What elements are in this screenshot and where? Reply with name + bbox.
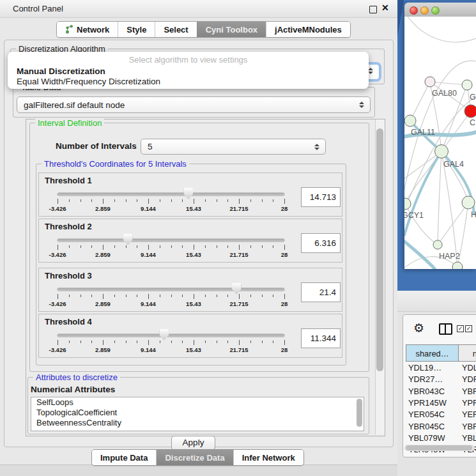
threshold-value-field[interactable]: 21.4 bbox=[301, 282, 341, 302]
combo-steppers-icon bbox=[314, 144, 319, 150]
tab-label: Select bbox=[164, 25, 188, 35]
attribute-list-item[interactable]: TopologicalCoefficient bbox=[31, 408, 364, 418]
threshold-label: Threshold 1 bbox=[45, 176, 92, 185]
network-node[interactable] bbox=[462, 80, 472, 90]
cell-name: YER0 bbox=[462, 409, 476, 420]
gear-icon[interactable]: ⚙ bbox=[413, 321, 424, 335]
tab-infer-network[interactable]: Infer Network bbox=[233, 450, 303, 465]
network-node[interactable] bbox=[433, 240, 442, 249]
network-node[interactable] bbox=[404, 198, 411, 210]
tab-jactivemnodules[interactable]: jActiveMNodules bbox=[266, 22, 350, 37]
network-edge bbox=[438, 203, 468, 245]
slider-thumb[interactable] bbox=[232, 283, 242, 295]
cell-shared-name: YBL079W bbox=[408, 433, 445, 444]
slider-track[interactable] bbox=[58, 193, 284, 196]
slider-track[interactable] bbox=[58, 239, 284, 242]
checkbox-icon[interactable]: ✓ bbox=[465, 325, 472, 332]
traffic-light-close[interactable] bbox=[410, 6, 418, 15]
horizontal-scrollbar-track[interactable] bbox=[404, 445, 475, 451]
combo-steppers-icon bbox=[358, 102, 364, 108]
table-row[interactable]: YDR27…YDR2 bbox=[406, 374, 476, 385]
network-node[interactable] bbox=[462, 196, 475, 209]
table-row[interactable]: YER054CYER0 bbox=[406, 409, 476, 420]
attributes-scrollbar-thumb[interactable] bbox=[357, 399, 362, 427]
checkbox-icon[interactable]: ✓ bbox=[457, 325, 464, 332]
numerical-attributes-label: Numerical Attributes bbox=[31, 385, 115, 394]
traffic-light-minimize[interactable] bbox=[420, 6, 429, 15]
slider-ticks bbox=[58, 340, 284, 346]
column-header-name[interactable]: na bbox=[458, 344, 476, 362]
cell-name: YDL1 bbox=[462, 362, 476, 374]
tab-discretize-data[interactable]: Discretize Data bbox=[156, 450, 233, 465]
threshold-value-field[interactable]: 14.713 bbox=[301, 187, 341, 207]
thresholds-group-title: Threshold's Coordinates for 5 Intervals bbox=[42, 159, 189, 169]
threshold-row-1: Threshold 1-3.4262.8599.14415.4321.71528… bbox=[38, 173, 342, 217]
slider-track[interactable] bbox=[58, 288, 284, 291]
algorithm-option-manual[interactable]: Manual Discretization bbox=[9, 66, 113, 76]
table-row[interactable]: YDL19…YDL1 bbox=[406, 362, 476, 374]
tab-select[interactable]: Select bbox=[155, 22, 196, 37]
threshold-row-3: Threshold 3-3.4262.8599.14415.4321.71528… bbox=[38, 268, 342, 312]
attribute-list-item[interactable]: SelfLoops bbox=[31, 397, 364, 408]
bottom-strip bbox=[0, 464, 397, 476]
tab-style[interactable]: Style bbox=[118, 22, 155, 37]
network-node[interactable] bbox=[425, 77, 435, 87]
vertical-scrollbar-thumb[interactable] bbox=[376, 128, 383, 371]
network-edge bbox=[408, 17, 476, 42]
cell-name: YPR1 bbox=[462, 397, 476, 409]
slider-tick-labels: -3.4262.8599.14415.4321.71528 bbox=[58, 300, 284, 307]
node-label: GA bbox=[470, 93, 476, 102]
threshold-row-4: Threshold 4-3.4262.8599.14415.4321.71528… bbox=[38, 314, 342, 358]
table-row[interactable]: YIL052CYIL0 bbox=[406, 456, 476, 457]
control-panel-titlebar: Control Panel ✕ bbox=[0, 0, 397, 18]
table-row[interactable]: YPR145WYPR1 bbox=[406, 397, 476, 409]
column-header-shared-name[interactable]: shared… bbox=[406, 344, 459, 362]
network-node[interactable] bbox=[404, 115, 416, 127]
table-data-combobox[interactable]: galFiltered.sif default node bbox=[17, 96, 371, 113]
horizontal-scrollbar-thumb[interactable] bbox=[406, 445, 472, 450]
float-window-icon[interactable] bbox=[369, 6, 377, 13]
network-node[interactable] bbox=[452, 262, 463, 269]
apply-button[interactable]: Apply bbox=[171, 436, 215, 450]
node-label: GAL11 bbox=[411, 128, 435, 137]
threshold-value-field[interactable]: 6.316 bbox=[301, 233, 341, 253]
table-row[interactable]: YBL079WYBL0 bbox=[406, 433, 476, 444]
threshold-row-2: Threshold 2-3.4262.8599.14415.4321.71528… bbox=[38, 219, 342, 263]
cell-shared-name: YBR043C bbox=[408, 386, 445, 397]
tab-cyni-toolbox[interactable]: Cyni Toolbox bbox=[197, 22, 266, 37]
network-window-titlebar[interactable] bbox=[404, 3, 476, 17]
attribute-list-item[interactable]: BetweennessCentrality bbox=[31, 418, 364, 428]
slider-tick-labels: -3.4262.8599.14415.4321.71528 bbox=[58, 251, 284, 258]
close-icon[interactable]: ✕ bbox=[381, 3, 389, 13]
algorithm-option-equal-width[interactable]: Equal Width/Frequency Discretization bbox=[9, 77, 168, 86]
node-label: H bbox=[471, 210, 476, 219]
tab-label: Cyni Toolbox bbox=[206, 25, 257, 35]
tab-impute-data[interactable]: Impute Data bbox=[92, 450, 156, 465]
traffic-light-zoom[interactable] bbox=[431, 6, 440, 15]
slider-track[interactable] bbox=[58, 334, 284, 337]
tab-label: Style bbox=[127, 25, 146, 35]
screen: { "window": {"title": "Control Panel"}, … bbox=[0, 0, 476, 476]
slider-tick-labels: -3.4262.8599.14415.4321.71528 bbox=[58, 205, 284, 212]
attributes-group-title: Attributes to discretize bbox=[33, 372, 120, 382]
cell-name: YDR2 bbox=[462, 374, 476, 385]
node-label: HAP2 bbox=[439, 252, 460, 261]
table-row[interactable]: YBR043CYBR0 bbox=[406, 386, 476, 397]
cell-shared-name: YDL19… bbox=[408, 362, 441, 374]
number-of-intervals-combobox[interactable]: 5 bbox=[141, 139, 326, 155]
network-node[interactable] bbox=[435, 145, 449, 158]
table-row[interactable]: YBR045CYBR0 bbox=[406, 421, 476, 433]
slider-thumb[interactable] bbox=[159, 329, 169, 341]
split-table-icon[interactable] bbox=[439, 323, 452, 335]
top-tab-bar: NetworkStyleSelectCyni ToolboxjActiveMNo… bbox=[56, 21, 351, 38]
slider-thumb[interactable] bbox=[123, 234, 133, 245]
slider-thumb[interactable] bbox=[183, 188, 193, 199]
node-label: GAL80 bbox=[432, 89, 457, 98]
network-node[interactable] bbox=[464, 105, 476, 118]
control-panel: Control Panel ✕ NetworkStyleSelectCyni T… bbox=[0, 0, 397, 476]
network-canvas[interactable]: GAL80GACGAL11GAL4GCY1HHAP2 bbox=[404, 17, 476, 269]
table-toolbar: ⚙ ✓ ✓ bbox=[403, 315, 476, 342]
numerical-attributes-list[interactable]: SelfLoopsTopologicalCoefficientBetweenne… bbox=[31, 397, 364, 431]
tab-network[interactable]: Network bbox=[57, 22, 118, 37]
threshold-value-field[interactable]: 11.344 bbox=[301, 328, 341, 348]
